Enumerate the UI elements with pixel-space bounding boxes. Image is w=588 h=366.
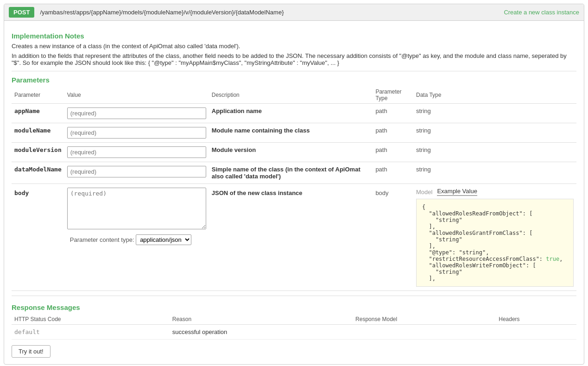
table-row: moduleName Module name containing the cl… bbox=[12, 123, 576, 143]
param-desc-modulename: Module name containing the class bbox=[212, 127, 310, 134]
param-input-datamodelname[interactable] bbox=[67, 166, 206, 177]
param-datatype-modulename: string bbox=[416, 127, 431, 134]
param-datatype-datamodelname: string bbox=[416, 166, 431, 173]
parameters-section: Parameters Parameter Value Description P… bbox=[12, 76, 576, 291]
json-line: "string" bbox=[422, 236, 568, 243]
param-desc-body: JSON of the new class instance bbox=[212, 189, 303, 196]
content-area: Implementation Notes Creates a new insta… bbox=[4, 21, 584, 364]
json-line: "string" bbox=[422, 217, 568, 223]
json-line: "@type": "string", bbox=[422, 249, 568, 256]
param-desc-moduleversion: Module version bbox=[212, 146, 256, 153]
try-it-out-button[interactable]: Try it out! bbox=[12, 345, 51, 358]
col-data-type: Data Type bbox=[413, 87, 576, 104]
api-panel: POST /yambas/rest/apps/{appName}/models/… bbox=[4, 4, 584, 365]
create-link[interactable]: Create a new class instance bbox=[504, 9, 579, 16]
json-line: "allowedRolesGrantFromClass": [ bbox=[422, 230, 568, 236]
param-input-modulename[interactable] bbox=[67, 127, 206, 139]
param-name-moduleversion: moduleVersion bbox=[14, 146, 62, 153]
json-line: "restrictResourceAccessFromClass": true, bbox=[422, 256, 568, 262]
col-value: Value bbox=[64, 87, 209, 104]
param-datatype-moduleversion: string bbox=[416, 146, 431, 153]
col-parameter: Parameter bbox=[12, 87, 64, 104]
content-type-select[interactable]: application/json bbox=[136, 234, 191, 245]
json-line: "allowedRolesWriteFromObject": [ bbox=[422, 262, 568, 269]
content-type-label: Parameter content type: bbox=[70, 236, 134, 243]
col-param-type: Parameter Type bbox=[373, 87, 413, 104]
table-row: appName Application name path string bbox=[12, 104, 576, 123]
divider bbox=[12, 71, 576, 71]
impl-notes-title: Implementation Notes bbox=[12, 32, 576, 40]
model-example-controls: Model Example Value bbox=[416, 188, 574, 196]
json-line: ], bbox=[422, 275, 568, 282]
param-type-datamodelname: path bbox=[375, 166, 387, 173]
model-label[interactable]: Model bbox=[416, 189, 432, 196]
header-bar: POST /yambas/rest/apps/{appName}/models/… bbox=[4, 4, 584, 21]
response-title: Response Messages bbox=[12, 303, 576, 311]
example-value-label[interactable]: Example Value bbox=[437, 188, 477, 196]
parameters-table: Parameter Value Description Parameter Ty… bbox=[12, 87, 576, 291]
status-code-default: default bbox=[14, 328, 40, 335]
json-line: "string" bbox=[422, 269, 568, 275]
table-row-body: body Parameter content type: application… bbox=[12, 184, 576, 291]
response-section: Response Messages HTTP Status Code Reaso… bbox=[12, 303, 576, 340]
json-line: "allowedRolesReadFromObject": [ bbox=[422, 210, 568, 217]
endpoint-path: /yambas/rest/apps/{appName}/models/{modu… bbox=[40, 9, 498, 16]
param-datatype-appname: string bbox=[416, 107, 431, 114]
param-name-modulename: moduleName bbox=[14, 127, 51, 134]
param-type-body: body bbox=[375, 189, 388, 196]
col-description: Description bbox=[209, 87, 373, 104]
param-textarea-body[interactable] bbox=[67, 188, 206, 229]
param-input-appname[interactable] bbox=[67, 107, 206, 119]
param-name-body: body bbox=[14, 189, 29, 196]
param-input-moduleversion[interactable] bbox=[67, 146, 206, 158]
col-headers: Headers bbox=[496, 314, 576, 325]
table-header-row: Parameter Value Description Parameter Ty… bbox=[12, 87, 576, 104]
divider2 bbox=[12, 296, 576, 296]
table-row: dataModelName Simple name of the class (… bbox=[12, 162, 576, 184]
method-badge: POST bbox=[9, 7, 34, 18]
param-desc-appname: Application name bbox=[212, 107, 262, 114]
table-row: moduleVersion Module version path string bbox=[12, 143, 576, 162]
resp-row: default successful operation bbox=[12, 325, 576, 340]
param-type-moduleversion: path bbox=[375, 146, 387, 153]
col-response-model: Response Model bbox=[353, 314, 496, 325]
json-line: { bbox=[422, 204, 568, 210]
reason-text: successful operation bbox=[172, 328, 228, 335]
resp-header-row: HTTP Status Code Reason Response Model H… bbox=[12, 314, 576, 325]
impl-notes-line2: In addition to the fields that represent… bbox=[12, 52, 576, 66]
json-line: ], bbox=[422, 243, 568, 249]
param-desc-datamodelname: Simple name of the class (in the context… bbox=[212, 166, 360, 180]
content-type-row: Parameter content type: application/json bbox=[67, 231, 206, 249]
param-type-modulename: path bbox=[375, 127, 387, 134]
param-type-appname: path bbox=[375, 107, 387, 114]
json-preview: { "allowedRolesReadFromObject": [ "strin… bbox=[416, 199, 574, 287]
parameters-title: Parameters bbox=[12, 76, 576, 84]
col-status-code: HTTP Status Code bbox=[12, 314, 170, 325]
json-line: ], bbox=[422, 223, 568, 230]
impl-notes-line1: Creates a new instance of a class (in th… bbox=[12, 43, 576, 50]
param-name-appname: appName bbox=[14, 107, 40, 114]
response-table: HTTP Status Code Reason Response Model H… bbox=[12, 314, 576, 340]
param-name-datamodelname: dataModelName bbox=[14, 166, 62, 173]
col-reason: Reason bbox=[170, 314, 353, 325]
